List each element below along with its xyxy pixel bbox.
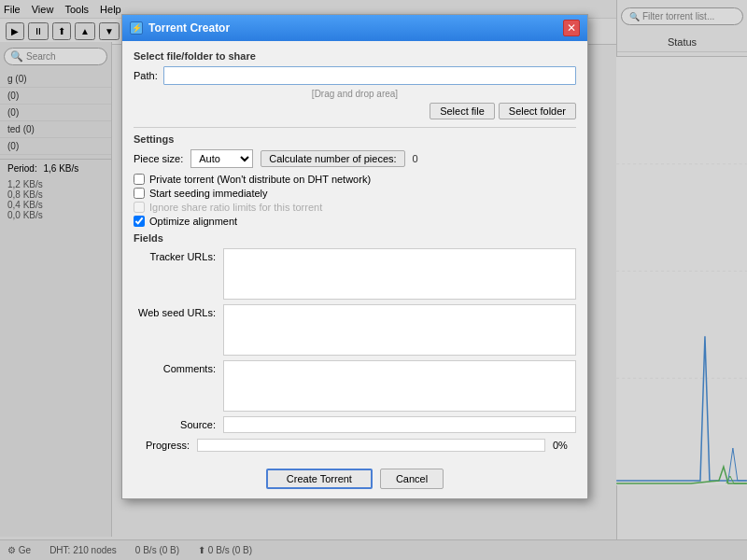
torrent-creator-dialog: ⚡ Torrent Creator ✕ Select file/folder t…: [121, 14, 588, 499]
file-folder-section-label: Select file/folder to share: [134, 50, 576, 62]
calc-pieces-button[interactable]: Calculate number of pieces:: [261, 150, 404, 167]
checkbox-optimize: Optimize alignment: [134, 216, 576, 227]
dialog-footer: Create Torrent Cancel: [122, 461, 587, 498]
tracker-urls-label: Tracker URLs:: [134, 248, 216, 262]
start-seeding-label: Start seeding immediately: [149, 188, 268, 199]
divider-1: [134, 127, 576, 128]
dialog-app-icon: ⚡: [130, 21, 143, 35]
optimize-alignment-label: Optimize alignment: [149, 216, 237, 227]
private-torrent-checkbox[interactable]: [134, 174, 145, 185]
source-row: Source:: [134, 416, 576, 433]
progress-percent: 0%: [553, 440, 576, 451]
checkbox-start-seeding: Start seeding immediately: [134, 188, 576, 199]
comments-row: Comments:: [134, 360, 576, 412]
web-seed-urls-row: Web seed URLs:: [134, 304, 576, 356]
piece-size-label: Piece size:: [134, 153, 183, 164]
source-input[interactable]: [223, 416, 576, 433]
source-label: Source:: [134, 416, 216, 430]
dialog-titlebar: ⚡ Torrent Creator ✕: [122, 15, 587, 41]
comments-input[interactable]: [223, 360, 576, 412]
path-label: Path:: [134, 70, 158, 81]
create-torrent-button[interactable]: Create Torrent: [266, 469, 373, 489]
ignore-ratio-label: Ignore share ratio limits for this torre…: [149, 202, 322, 213]
dialog-body: Select file/folder to share Path: [Drag …: [122, 41, 587, 461]
file-buttons-row: Select file Select folder: [134, 103, 576, 119]
web-seed-urls-input[interactable]: [223, 304, 576, 356]
pieces-count: 0: [413, 153, 418, 164]
settings-row: Piece size: Auto 256 KB 512 KB 1 MB 2 MB…: [134, 149, 576, 168]
comments-label: Comments:: [134, 360, 216, 374]
fields-section-label: Fields: [134, 232, 576, 244]
private-torrent-label: Private torrent (Won't distribute on DHT…: [149, 174, 371, 185]
progress-row: Progress: 0%: [134, 439, 576, 452]
piece-size-select[interactable]: Auto 256 KB 512 KB 1 MB 2 MB 4 MB: [190, 149, 253, 168]
tracker-urls-row: Tracker URLs:: [134, 248, 576, 300]
titlebar-left: ⚡ Torrent Creator: [130, 21, 230, 35]
checkbox-private-torrent: Private torrent (Won't distribute on DHT…: [134, 174, 576, 185]
start-seeding-checkbox[interactable]: [134, 188, 145, 199]
ignore-ratio-checkbox[interactable]: [134, 202, 145, 213]
settings-section-label: Settings: [134, 133, 576, 145]
optimize-alignment-checkbox[interactable]: [134, 216, 145, 227]
select-folder-button[interactable]: Select folder: [499, 103, 576, 119]
cancel-button[interactable]: Cancel: [380, 469, 444, 489]
select-file-button[interactable]: Select file: [430, 103, 495, 119]
tracker-urls-input[interactable]: [223, 248, 576, 300]
progress-bar-background: [197, 439, 545, 452]
drag-drop-area[interactable]: [Drag and drop area]: [134, 89, 576, 99]
fields-section: Fields Tracker URLs: Web seed URLs: Comm…: [134, 232, 576, 433]
dialog-title: Torrent Creator: [148, 21, 230, 35]
progress-label: Progress:: [134, 440, 190, 451]
dialog-close-button[interactable]: ✕: [563, 20, 580, 36]
web-seed-urls-label: Web seed URLs:: [134, 304, 216, 318]
checkbox-ignore-ratio: Ignore share ratio limits for this torre…: [134, 202, 576, 213]
path-row: Path:: [134, 66, 576, 85]
path-input[interactable]: [163, 66, 576, 85]
